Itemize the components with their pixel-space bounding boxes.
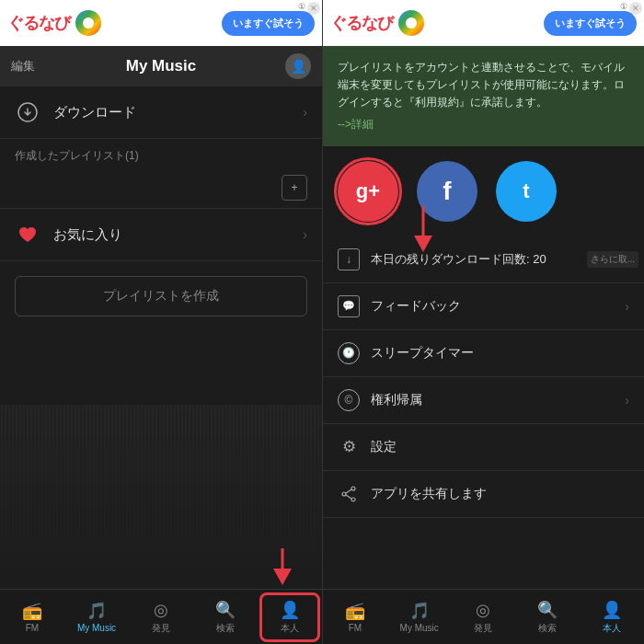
left-header: 編集 My Music 👤 [0, 46, 322, 86]
right-bottom-nav: 📻 FM 🎵 My Music ◎ 発見 🔍 検索 👤 本人 [323, 589, 644, 644]
bg-crowd [0, 405, 322, 589]
mymusic-label-right: My Music [400, 623, 439, 633]
google-highlight-box [334, 157, 402, 225]
sleep-icon: 🕐 [338, 342, 360, 364]
ad-logo-left: ぐるなび [7, 10, 101, 36]
right-screen: ぐるなび いますぐ試そう ① ✕ プレイリストをアカウントと連動させることで、モ… [322, 0, 644, 644]
discover-label: 発見 [152, 622, 170, 635]
google-btn-wrapper: g+ [338, 161, 398, 222]
settings-label: 設定 [371, 439, 629, 455]
favorites-menu-item[interactable]: お気に入り › [0, 209, 322, 261]
svg-line-8 [346, 489, 351, 493]
ad-banner-right[interactable]: ぐるなび いますぐ試そう ① ✕ [323, 0, 644, 46]
twitter-login-button[interactable]: t [496, 161, 557, 222]
profile-icon-left: 👤 [280, 600, 300, 620]
fm-icon-right: 📻 [345, 601, 365, 621]
settings-icon: ⚙ [338, 436, 360, 458]
login-text: プレイリストをアカウントと連動させることで、モバイル端末を変更してもプレイリスト… [338, 59, 629, 133]
search-icon: 🔍 [215, 600, 236, 620]
nav-mymusic-left[interactable]: 🎵 My Music [74, 601, 120, 633]
nav-discover-left[interactable]: ◎ 発見 [138, 600, 184, 635]
nav-search-left[interactable]: 🔍 検索 [202, 600, 248, 635]
ad-cta-button-right[interactable]: いますぐ試そう [544, 11, 637, 36]
social-buttons-area: g+ f t [323, 146, 644, 236]
rights-chevron-icon: › [625, 393, 629, 408]
download-icon [15, 99, 40, 125]
sleep-timer-item[interactable]: 🕐 スリープタイマー [323, 330, 644, 377]
ad-banner-left[interactable]: ぐるなび いますぐ試そう ① ✕ [0, 0, 322, 46]
playlist-section-row[interactable]: + [0, 167, 322, 209]
heart-icon [15, 222, 40, 247]
feedback-chevron-icon: › [625, 299, 629, 314]
avatar-button[interactable]: 👤 [285, 53, 311, 79]
google-assistant-icon [75, 10, 101, 36]
mymusic-label: My Music [77, 623, 116, 633]
ad-cta-button[interactable]: いますぐ試そう [222, 11, 315, 36]
feedback-icon: 💬 [338, 295, 360, 317]
download-count-item[interactable]: ↓ 本日の残りダウンロード回数: 20 さらに取... [323, 236, 644, 283]
facebook-icon: f [443, 177, 451, 206]
discover-icon: ◎ [154, 600, 168, 620]
ad-logo-text-right: ぐるなび [330, 12, 393, 34]
more-label: さらに取... [587, 251, 638, 268]
search-icon-right: 🔍 [537, 600, 558, 620]
search-label-right: 検索 [538, 622, 557, 635]
profile-icon-right: 👤 [602, 600, 622, 620]
ad-logo-text: ぐるなび [7, 12, 70, 34]
playlist-section-label: 作成したプレイリスト(1) [0, 139, 322, 167]
download-menu-item[interactable]: ダウンロード › [0, 86, 322, 139]
rights-icon: © [338, 389, 360, 411]
left-header-title: My Music [126, 57, 197, 75]
ad-info-right: ① [620, 2, 627, 11]
feedback-label: フィードバック [371, 298, 625, 315]
feedback-item[interactable]: 💬 フィードバック › [323, 283, 644, 330]
login-banner: プレイリストをアカウントと連動させることで、モバイル端末を変更してもプレイリスト… [323, 46, 644, 146]
twitter-icon: t [523, 179, 529, 203]
chevron-right-icon: › [303, 105, 307, 120]
sleep-label: スリープタイマー [371, 345, 629, 362]
add-playlist-icon[interactable]: + [282, 175, 307, 201]
discover-icon-right: ◎ [476, 600, 490, 620]
share-app-item[interactable]: アプリを共有します [323, 471, 644, 518]
svg-point-5 [351, 487, 355, 490]
favorites-chevron-icon: › [303, 227, 307, 242]
left-screen: ぐるなび いますぐ試そう ① ✕ 編集 My Music 👤 ダウンロード › [0, 0, 322, 644]
ad-logo-right: ぐるなび [330, 10, 424, 36]
nav-search-right[interactable]: 🔍 検索 [524, 600, 570, 635]
avatar-icon: 👤 [285, 53, 311, 79]
profile-label-right: 本人 [603, 622, 621, 635]
nav-profile-left[interactable]: 👤 本人 [267, 600, 313, 635]
nav-mymusic-right[interactable]: 🎵 My Music [397, 601, 443, 633]
mymusic-icon-right: 🎵 [409, 601, 430, 621]
nav-discover-right[interactable]: ◎ 発見 [460, 600, 506, 635]
svg-line-9 [346, 495, 351, 499]
download-count-icon: ↓ [338, 248, 360, 270]
discover-label-right: 発見 [474, 622, 492, 635]
facebook-login-button[interactable]: f [417, 161, 477, 222]
mymusic-icon: 🎵 [86, 601, 107, 621]
fm-label: FM [26, 623, 39, 633]
nav-profile-right[interactable]: 👤 本人 [589, 600, 635, 635]
edit-button[interactable]: 編集 [11, 58, 35, 75]
left-bottom-nav: 📻 FM 🎵 My Music ◎ 発見 🔍 検索 👤 本人 [0, 589, 322, 644]
create-playlist-button[interactable]: プレイリストを作成 [15, 276, 307, 316]
share-icon [338, 483, 360, 505]
ad-close-icon-right[interactable]: ✕ [629, 2, 642, 15]
svg-point-7 [351, 498, 355, 501]
rights-item[interactable]: © 権利帰属 › [323, 377, 644, 424]
search-label: 検索 [216, 622, 235, 635]
share-label: アプリを共有します [371, 486, 629, 502]
download-label: ダウンロード [53, 104, 303, 121]
ad-close-icon[interactable]: ✕ [307, 2, 320, 15]
right-menu-list: ↓ 本日の残りダウンロード回数: 20 さらに取... 💬 フィードバック › … [323, 236, 644, 589]
google-assistant-icon-right [398, 10, 424, 36]
nav-fm-left[interactable]: 📻 FM [9, 601, 55, 633]
svg-point-6 [342, 492, 346, 496]
detail-link[interactable]: -->詳細 [338, 116, 629, 133]
settings-item[interactable]: ⚙ 設定 [323, 424, 644, 471]
fm-icon: 📻 [22, 601, 42, 621]
profile-label-left: 本人 [281, 622, 299, 635]
favorites-label: お気に入り [53, 226, 303, 244]
nav-fm-right[interactable]: 📻 FM [332, 601, 378, 633]
rights-label: 権利帰属 [371, 392, 625, 408]
